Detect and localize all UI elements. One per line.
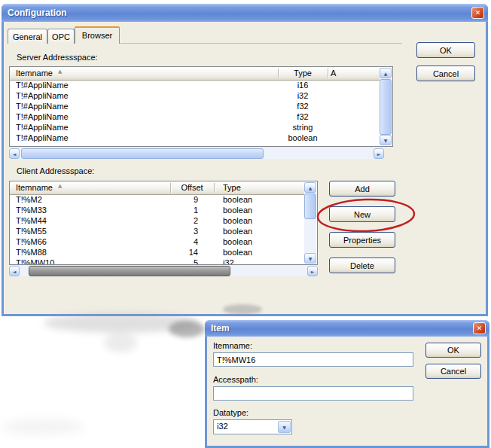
close-icon: ✕	[477, 325, 483, 332]
sort-ascending-icon: ▲	[58, 69, 62, 75]
server-row-type: string	[278, 122, 328, 133]
scroll-left-button[interactable]: ◄	[9, 148, 20, 159]
server-row-itemname: T!#AppliName	[16, 80, 69, 90]
properties-button[interactable]: Properties	[329, 232, 395, 248]
client-row-offset: 3	[170, 226, 198, 236]
accesspath-input[interactable]	[213, 386, 413, 401]
server-row-type: i16	[278, 80, 328, 90]
smudge-artifact	[169, 321, 205, 337]
server-row[interactable]: T!#AppliName i16	[10, 80, 380, 90]
client-column-itemname[interactable]: Itemname	[16, 181, 53, 194]
item-title: Item	[211, 323, 230, 334]
client-column-offset[interactable]: Offset	[170, 181, 214, 194]
client-row-itemname: T!%MW10	[16, 258, 54, 264]
client-row-itemname: T!%M2	[16, 194, 42, 205]
configuration-titlebar[interactable]: Configuration ✕	[2, 4, 488, 22]
server-row[interactable]: T!#AppliName i32	[10, 90, 380, 101]
scrollbar-thumb[interactable]	[380, 79, 392, 135]
scroll-down-button[interactable]: ▼	[304, 253, 316, 264]
column-divider[interactable]	[328, 69, 328, 78]
scroll-right-button[interactable]: ►	[307, 266, 318, 276]
add-button[interactable]: Add	[329, 181, 395, 197]
scroll-up-button[interactable]: ▲	[380, 68, 392, 78]
tab-opc[interactable]: OPC	[47, 29, 75, 44]
scroll-up-icon: ▲	[309, 185, 313, 190]
client-row-itemname: T!%M44	[16, 215, 47, 226]
server-column-itemname[interactable]: Itemname	[16, 67, 53, 79]
server-row[interactable]: T!#AppliName f32	[10, 101, 380, 111]
itemname-input[interactable]	[213, 352, 413, 367]
scroll-left-button[interactable]: ◄	[9, 266, 20, 276]
scroll-down-icon: ▼	[384, 138, 388, 143]
new-button[interactable]: New	[329, 206, 395, 222]
server-addressspace-list: Itemname ▲ Type A T!#AppliName i16 T!#Ap…	[9, 66, 393, 147]
configuration-dialog: Configuration ✕ General OPC Browser Serv…	[2, 4, 488, 316]
client-row-type: boolean	[223, 236, 252, 247]
dropdown-button[interactable]: ▼	[278, 421, 291, 433]
server-row-itemname: T!#AppliName	[16, 122, 69, 133]
ok-button[interactable]: OK	[416, 42, 475, 58]
cancel-button[interactable]: Cancel	[425, 364, 481, 379]
client-row[interactable]: T!%M44 2 boolean	[10, 215, 305, 226]
scroll-down-icon: ▼	[309, 256, 313, 261]
close-button[interactable]: ✕	[471, 7, 484, 19]
smudge-artifact	[104, 333, 137, 352]
server-row-type: f32	[278, 111, 328, 122]
client-row[interactable]: T!%M2 9 boolean	[10, 194, 305, 205]
client-row[interactable]: T!%MW10 5 i32	[10, 258, 305, 264]
tab-browser[interactable]: Browser	[75, 26, 120, 44]
client-column-type[interactable]: Type	[223, 181, 241, 194]
client-horizontal-scrollbar[interactable]: ◄ ►	[9, 266, 318, 276]
server-list-header[interactable]: Itemname ▲ Type A	[10, 67, 380, 81]
server-column-access[interactable]: A	[331, 67, 336, 79]
ok-button[interactable]: OK	[425, 343, 481, 358]
server-row-itemname: T!#AppliName	[16, 133, 69, 143]
chevron-down-icon: ▼	[282, 425, 286, 430]
client-row[interactable]: T!%M55 3 boolean	[10, 226, 305, 236]
client-row-itemname: T!%M88	[16, 247, 47, 258]
client-row-offset: 5	[170, 258, 198, 264]
itemname-label: Itemname:	[213, 341, 252, 350]
cancel-button[interactable]: Cancel	[416, 66, 475, 81]
server-column-type[interactable]: Type	[278, 67, 328, 79]
client-row-offset: 4	[170, 236, 198, 247]
close-button[interactable]: ✕	[473, 322, 486, 334]
client-row[interactable]: T!%M66 4 boolean	[10, 236, 305, 247]
client-row-offset: 14	[170, 247, 198, 258]
close-icon: ✕	[475, 9, 481, 17]
screen: Configuration ✕ General OPC Browser Serv…	[0, 0, 491, 448]
client-vertical-scrollbar[interactable]: ▲ ▼	[304, 182, 316, 264]
scroll-down-button[interactable]: ▼	[380, 135, 392, 145]
server-vertical-scrollbar[interactable]: ▲ ▼	[380, 68, 392, 145]
client-row-offset: 2	[170, 215, 198, 226]
client-row[interactable]: T!%M88 14 boolean	[10, 247, 305, 258]
configuration-title: Configuration	[8, 8, 67, 18]
delete-button[interactable]: Delete	[329, 258, 395, 273]
column-divider[interactable]	[214, 183, 215, 193]
client-row-type: boolean	[223, 215, 252, 226]
scroll-right-icon: ►	[377, 151, 381, 157]
client-row-itemname: T!%M55	[16, 226, 47, 236]
server-row-type: boolean	[278, 133, 328, 143]
client-row-itemname: T!%M33	[16, 205, 47, 215]
server-row[interactable]: T!#AppliName boolean	[10, 133, 380, 143]
scrollbar-thumb[interactable]	[304, 194, 316, 219]
scroll-right-button[interactable]: ►	[374, 148, 384, 159]
client-row-type: boolean	[223, 247, 252, 258]
scroll-up-icon: ▲	[384, 71, 388, 76]
server-row-type: f32	[278, 101, 328, 111]
server-row[interactable]: T!#AppliName f32	[10, 111, 380, 122]
item-titlebar[interactable]: Item ✕	[205, 320, 489, 337]
server-horizontal-scrollbar[interactable]: ◄ ►	[9, 148, 384, 159]
scroll-right-icon: ►	[311, 269, 315, 274]
scroll-up-button[interactable]: ▲	[304, 182, 316, 193]
client-list-header[interactable]: Itemname ▲ Offset Type	[10, 181, 305, 195]
client-row-type: i32	[223, 258, 234, 264]
scrollbar-thumb[interactable]	[29, 266, 230, 276]
tab-general[interactable]: General	[8, 29, 47, 44]
scrollbar-thumb[interactable]	[21, 148, 264, 159]
datatype-select[interactable]: i32 ▼	[213, 419, 292, 434]
client-row[interactable]: T!%M33 1 boolean	[10, 205, 305, 215]
client-row-offset: 1	[170, 205, 198, 215]
server-row[interactable]: T!#AppliName string	[10, 122, 380, 133]
